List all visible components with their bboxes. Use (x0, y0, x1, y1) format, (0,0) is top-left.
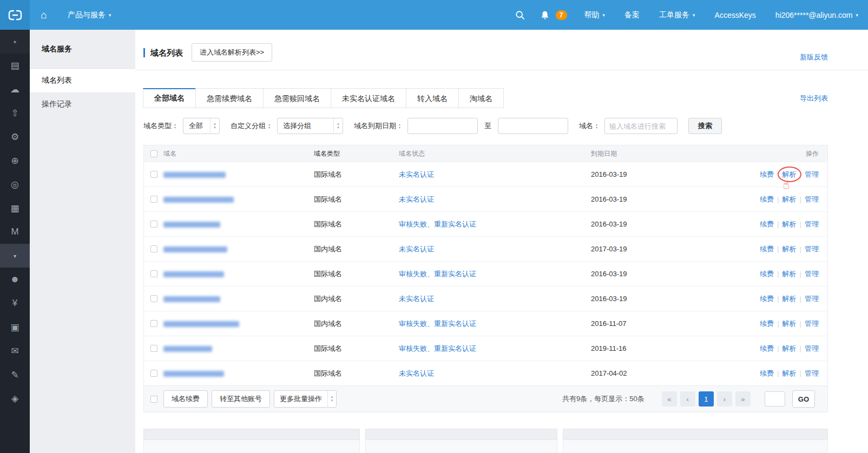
manage-link[interactable]: 管理 (805, 220, 819, 228)
resolve-link[interactable]: 解析 (782, 195, 797, 203)
enter-resolve-list-button[interactable]: 进入域名解析列表>> (192, 43, 272, 62)
home-button[interactable]: ⌂ (30, 0, 58, 30)
tab[interactable]: 未实名认证域名 (331, 88, 406, 108)
manage-link[interactable]: 管理 (805, 369, 819, 377)
row-checkbox[interactable] (150, 370, 157, 377)
pagination-button[interactable]: › (717, 391, 732, 407)
page-number-input[interactable] (765, 391, 785, 407)
manage-link[interactable]: 管理 (805, 295, 819, 303)
new-version-feedback-link[interactable]: 新版反馈 (800, 52, 828, 62)
notifications-button[interactable]: 7 (532, 0, 575, 30)
domain-status-link[interactable]: 审核失败、重新实名认证 (399, 220, 476, 228)
domain-status-link[interactable]: 未实名认证 (399, 195, 434, 203)
pagination-button[interactable]: » (735, 391, 751, 407)
manage-link[interactable]: 管理 (805, 319, 819, 328)
tab[interactable]: 转入域名 (406, 88, 459, 108)
search-button[interactable]: 搜索 (688, 118, 722, 134)
account-menu[interactable]: hi206*****@aliyun.com ▾ (766, 0, 868, 30)
sidebar-icon-item[interactable]: ◎ (0, 172, 30, 196)
subnav-item[interactable]: 操作记录 (30, 92, 135, 116)
sidebar-icon-item[interactable]: ✎ (0, 363, 30, 387)
renew-link[interactable]: 续费 (760, 344, 774, 352)
renew-link[interactable]: 续费 (760, 295, 774, 303)
domain-status-link[interactable]: 未实名认证 (399, 295, 434, 303)
domain-type-select[interactable]: 全部 ▲▼ (183, 118, 220, 134)
row-checkbox[interactable] (150, 345, 157, 352)
domain-status-link[interactable]: 审核失败、重新实名认证 (399, 270, 476, 278)
tab[interactable]: 淘域名 (458, 88, 504, 108)
custom-group-select[interactable]: 选择分组 ▲▼ (277, 118, 343, 134)
aliyun-logo[interactable] (0, 0, 30, 30)
beian-link[interactable]: 备案 (615, 0, 649, 30)
resolve-link[interactable]: 解析 (782, 319, 797, 328)
row-checkbox[interactable] (150, 270, 157, 277)
row-checkbox[interactable] (150, 196, 157, 203)
resolve-link[interactable]: 解析 (782, 344, 797, 352)
resolve-link[interactable]: 解析 (782, 220, 797, 228)
batch-renew-button[interactable]: 域名续费 (163, 390, 208, 408)
more-batch-operations-select[interactable]: 更多批量操作 ▲▼ (274, 390, 337, 408)
expiry-date-to-input[interactable] (498, 118, 568, 134)
sidebar-icon-item[interactable]: ⇧ (0, 101, 30, 125)
row-checkbox[interactable] (150, 295, 157, 302)
row-checkbox[interactable] (150, 221, 157, 228)
tab[interactable]: 急需续费域名 (195, 88, 264, 108)
renew-link[interactable]: 续费 (760, 220, 774, 228)
row-checkbox[interactable] (150, 320, 157, 327)
sidebar-icon-item[interactable]: ◈ (0, 387, 30, 410)
expiry-date-from-input[interactable] (407, 118, 478, 134)
resolve-link[interactable]: 解析 (782, 369, 797, 377)
sidebar-icon-item[interactable]: M (0, 220, 30, 244)
manage-link[interactable]: 管理 (805, 270, 819, 278)
batch-select-all-checkbox[interactable] (150, 396, 157, 403)
resolve-link[interactable]: 解析 (782, 295, 797, 303)
sidebar-icon-item[interactable]: ▦ (0, 196, 30, 220)
resolve-link[interactable]: 解析 (782, 270, 797, 278)
domain-search-input[interactable] (604, 118, 678, 134)
renew-link[interactable]: 续费 (760, 270, 774, 278)
renew-link[interactable]: 续费 (760, 319, 774, 328)
sidebar-icon-item[interactable]: ☻ (0, 268, 30, 291)
domain-status-link[interactable]: 审核失败、重新实名认证 (399, 344, 476, 352)
resolve-link[interactable]: 解析 (782, 170, 797, 178)
renew-link[interactable]: 续费 (760, 195, 774, 203)
sidebar-icon-item[interactable]: ▤ (0, 54, 30, 77)
tickets-menu[interactable]: 工单服务 ▾ (649, 0, 705, 30)
export-list-link[interactable]: 导出列表 (800, 94, 828, 103)
manage-link[interactable]: 管理 (805, 170, 819, 178)
go-button[interactable]: GO (792, 390, 815, 408)
row-checkbox[interactable] (150, 245, 157, 252)
sidebar-icon-item[interactable]: ☁ (0, 77, 30, 101)
tab[interactable]: 急需赎回域名 (263, 88, 331, 108)
pagination-button[interactable]: ‹ (680, 391, 695, 407)
subnav-item[interactable]: 域名列表 (30, 69, 135, 92)
domain-status-link[interactable]: 未实名认证 (399, 369, 434, 377)
row-checkbox[interactable] (150, 171, 157, 178)
tab[interactable]: 全部域名 (143, 88, 196, 108)
sidebar-icon-item[interactable]: ¥ (0, 291, 30, 315)
pagination-button[interactable]: « (662, 391, 677, 407)
sidebar-icon-item[interactable]: ✉ (0, 339, 30, 363)
products-services-menu[interactable]: 产品与服务 ▾ (58, 0, 121, 30)
accesskeys-link[interactable]: AccessKeys (705, 0, 766, 30)
pagination-button[interactable]: 1 (699, 391, 714, 407)
search-button[interactable] (508, 0, 532, 30)
manage-link[interactable]: 管理 (805, 195, 819, 203)
select-all-checkbox[interactable] (150, 150, 157, 157)
sidebar-icon-item[interactable]: ▾ (0, 30, 30, 54)
sidebar-icon-item[interactable]: ⊕ (0, 149, 30, 172)
renew-link[interactable]: 续费 (760, 170, 774, 178)
domain-status-link[interactable]: 审核失败、重新实名认证 (399, 319, 476, 328)
manage-link[interactable]: 管理 (805, 245, 819, 253)
domain-status-link[interactable]: 未实名认证 (399, 245, 434, 253)
help-menu[interactable]: 帮助 ▾ (575, 0, 615, 30)
domain-status-link[interactable]: 未实名认证 (399, 170, 434, 178)
manage-link[interactable]: 管理 (805, 344, 819, 352)
transfer-account-button[interactable]: 转至其他账号 (212, 390, 270, 408)
resolve-link[interactable]: 解析 (782, 245, 797, 253)
renew-link[interactable]: 续费 (760, 245, 774, 253)
sidebar-icon-item[interactable]: ▾ (0, 244, 30, 268)
sidebar-icon-item[interactable]: ▣ (0, 315, 30, 339)
sidebar-icon-item[interactable]: ⚙ (0, 125, 30, 149)
renew-link[interactable]: 续费 (760, 369, 774, 377)
